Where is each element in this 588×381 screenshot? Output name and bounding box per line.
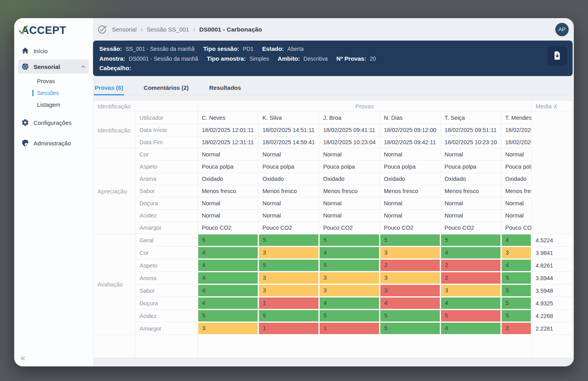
value-cell: Normal (198, 197, 259, 210)
score-cell-value: 4 (320, 297, 379, 309)
sidebar-item-provas[interactable]: Provas (32, 75, 89, 87)
score-cell-value: 5 (320, 234, 379, 246)
value-cell: 18/02/2025 (501, 124, 532, 136)
row-label-cell: Amargor (136, 222, 198, 234)
score-cell-value: 5 (502, 272, 531, 284)
sidebar-collapse-button[interactable]: « (20, 354, 25, 362)
row-label-cell: Sabor (136, 284, 198, 297)
value-cell: Normal (319, 210, 380, 222)
value-cell: 18/02/2025 14:59:41 (259, 136, 319, 149)
value-cell: Normal (441, 197, 501, 210)
table-row: Doçura4144454.9325 (93, 297, 573, 310)
row-label-cell: Data Início (136, 124, 198, 136)
value-cell: 18/02/2025 09:51:11 (441, 124, 501, 136)
score-cell-value: 1 (320, 323, 379, 334)
sidebar-item-sensorial[interactable]: Sensorial (18, 59, 89, 74)
app-window: ACCEPT Início (14, 18, 574, 366)
table-row: Sabor4333353.5948 (93, 284, 573, 297)
row-label-cell: Cor (136, 247, 198, 259)
value-cell: Normal (319, 149, 380, 161)
score-cell-value: 3 (380, 285, 440, 296)
score-cell: 5 (501, 297, 532, 310)
score-cell-value: 3 (320, 272, 379, 284)
score-cell: 3 (198, 322, 259, 335)
info-panel-line: Sessão:SS_001 - Sessão da manhãTipo sess… (99, 44, 566, 54)
score-cell-value: 5 (198, 234, 258, 246)
avatar[interactable]: AP (555, 23, 569, 36)
value-cell: 18/02/2025 12:01:11 (198, 124, 259, 136)
table-row: AcidezNormalNormalNormalNormalNormalNorm… (93, 210, 573, 222)
score-cell: 5 (380, 322, 441, 335)
media-value-cell: 2.2281 (532, 322, 573, 335)
media-value-cell: 4.9325 (532, 297, 573, 310)
table-row: Acidez5555554.2268 (93, 310, 573, 322)
table-header-row: Identificação Provas Media X (93, 101, 573, 112)
row-label-cell: Acidez (136, 210, 198, 222)
score-cell-value: 5 (198, 310, 258, 322)
main-content: Sensorial › Sessão SS_001 › DS0001 - Car… (93, 18, 574, 366)
sidebar-item-administracao[interactable]: e Administração (18, 136, 89, 150)
score-cell: 5 (319, 310, 380, 322)
breadcrumb-item-sensorial[interactable]: Sensorial (112, 26, 137, 33)
group-label-cell: Apreciação (93, 149, 136, 234)
score-cell-value: 5 (259, 260, 318, 271)
admin-shield-icon: e (21, 139, 29, 147)
sidebar-item-configuracoes[interactable]: Configurações (18, 115, 89, 130)
sidebar-item-listagem[interactable]: Listagem (32, 99, 89, 111)
tab-comentarios[interactable]: Comentários (2) (143, 81, 190, 95)
score-cell-value: 5 (380, 310, 440, 322)
score-cell: 5 (501, 310, 532, 322)
value-cell: Normal (319, 197, 380, 210)
breadcrumb-item-sessao[interactable]: Sessão SS_001 (147, 26, 189, 33)
score-cell: 4 (380, 297, 441, 310)
value-cell: Pouco CO2 (259, 222, 319, 234)
score-cell: 4 (198, 272, 259, 284)
session-info-panel: Sessão:SS_001 - Sessão da manhãTipo sess… (93, 41, 573, 76)
sensorial-icon (21, 63, 29, 71)
value-cell: 18/02/2025 12:31:11 (198, 136, 259, 149)
score-cell: 4 (441, 322, 501, 335)
score-cell-value: 3 (502, 247, 531, 258)
tab-resultados[interactable]: Resultados (208, 81, 242, 95)
value-cell: Pouca polpa (319, 161, 380, 173)
value-cell: T. Mendes (501, 112, 532, 124)
tab-provas[interactable]: Provas (6) (94, 81, 124, 95)
score-cell: 4 (319, 297, 380, 310)
value-cell: Normal (259, 197, 319, 210)
score-cell: 5 (259, 234, 319, 247)
score-cell-value: 5 (320, 310, 379, 322)
score-cell-value: 4 (502, 260, 531, 271)
value-cell: Oxidado (319, 173, 380, 185)
media-value-cell: 3.5948 (532, 284, 573, 297)
info-value: 20 (370, 54, 376, 64)
row-label-cell: Acidez (136, 310, 198, 322)
table-row: SaborMenos frescoMenos frescoMenos fresc… (93, 185, 573, 197)
value-cell: 18/02/2025 10:23:04 (319, 136, 380, 149)
info-value: PD1 (243, 44, 253, 54)
empty-cell (136, 335, 198, 358)
export-button[interactable] (547, 46, 567, 66)
score-cell: 4 (198, 247, 259, 259)
media-value-cell: 4.5224 (532, 234, 573, 247)
score-cell-value: 2 (441, 272, 501, 284)
table-row: Amargor3115422.2281 (93, 322, 573, 335)
score-cell: 3 (319, 284, 380, 297)
score-cell: 1 (259, 297, 319, 310)
score-cell: 3 (380, 284, 441, 297)
sidebar-item-sessoes[interactable]: Sessões (32, 87, 89, 99)
value-cell: 18/02/2025 10:23:10 (441, 136, 501, 149)
table-row: AmargorPouco CO2Pouco CO2Pouco CO2Pouco … (93, 222, 573, 234)
value-cell: Normal (380, 210, 441, 222)
info-label: Nº Provas: (337, 54, 367, 64)
row-label-cell: Doçura (136, 197, 198, 210)
info-panel-lines: Sessão:SS_001 - Sessão da manhãTipo sess… (99, 44, 566, 73)
score-cell: 3 (380, 247, 441, 259)
score-cell-value: 4 (198, 247, 258, 258)
score-cell-value: 3 (198, 323, 258, 334)
sidebar-item-inicio[interactable]: Início (18, 44, 89, 58)
score-cell: 4 (501, 259, 532, 272)
row-label-cell: Data Fim (136, 136, 198, 149)
value-cell: Normal (198, 149, 259, 161)
score-cell: 4 (198, 297, 259, 310)
group-label-cell: Identificação (93, 112, 136, 149)
